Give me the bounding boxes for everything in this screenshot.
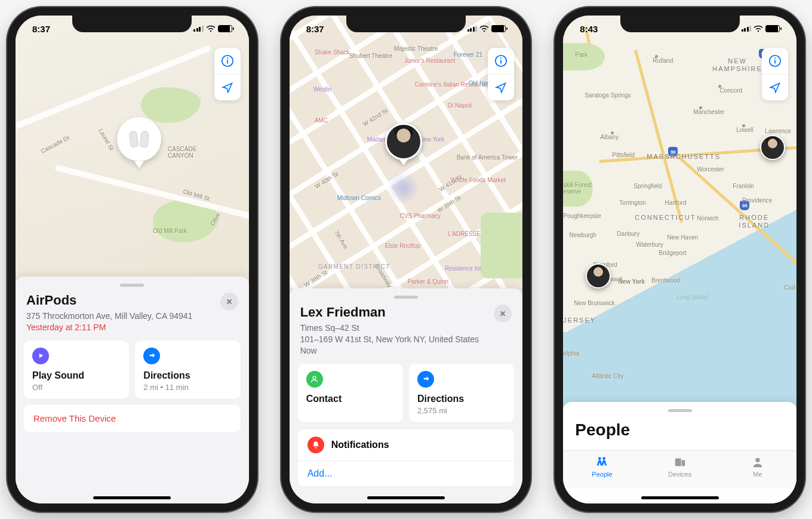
- map-city-label: Albany: [600, 134, 619, 140]
- directions-label: Directions: [143, 370, 232, 381]
- locate-button[interactable]: [214, 74, 241, 100]
- map-city-label: Waterbury: [636, 241, 663, 248]
- device-pin[interactable]: [117, 117, 161, 168]
- battery-icon: [491, 25, 506, 32]
- directions-sub: 2 mi • 11 min: [143, 383, 232, 392]
- map-city-label: Newburgh: [569, 232, 596, 238]
- map-city-label: Saratoga Springs: [585, 92, 630, 99]
- signal-icon: [467, 26, 478, 32]
- close-button[interactable]: [494, 305, 512, 323]
- phone-frame-1: 8:37 CASCADE CANYON Cascade Dr Old Mill …: [7, 7, 257, 512]
- info-button[interactable]: [214, 48, 241, 74]
- play-sound-sub: Off: [32, 383, 121, 392]
- map-park-label: Old Mill Park: [153, 228, 187, 234]
- person-pin[interactable]: [385, 123, 422, 165]
- wifi-icon: [753, 25, 763, 32]
- map-city-label: Danbury: [617, 231, 639, 237]
- battery-icon: [765, 25, 780, 32]
- directions-tile[interactable]: Directions 2 mi • 11 min: [135, 340, 240, 399]
- sheet-grabber[interactable]: [394, 296, 418, 299]
- play-sound-label: Play Sound: [32, 370, 121, 381]
- person-pin[interactable]: [760, 135, 785, 160]
- map-state-label: NEW HAMPSHIRE: [712, 57, 762, 72]
- map-poi-label: Shake Shack: [315, 49, 350, 56]
- map-park-label: Park: [575, 51, 588, 58]
- locate-button[interactable]: [762, 74, 788, 100]
- map-poi-label: CVS Pharmacy: [400, 213, 441, 219]
- map-park: [481, 213, 523, 278]
- map-poi-label: Westin: [313, 86, 331, 93]
- svg-point-9: [774, 57, 776, 59]
- map-state-label: RHODE ISLAND: [739, 214, 770, 229]
- map-city-label: Lawrence: [765, 128, 791, 134]
- person-name: Lex Friedman: [300, 305, 479, 320]
- map-poi-label: CASCADE CANYON: [168, 146, 196, 159]
- notch: [72, 16, 192, 32]
- map-road-label: Old Mill St: [182, 188, 210, 202]
- sheet-grabber[interactable]: [120, 284, 144, 287]
- phone-frame-3: 8:43 87 91 90 95 Park Rutland: [555, 7, 805, 512]
- directions-tile[interactable]: Directions 2,575 mi: [409, 364, 514, 422]
- device-title: AirPods: [26, 293, 192, 308]
- device-sheet[interactable]: AirPods 375 Throckmorton Ave, Mill Valle…: [16, 277, 249, 503]
- tab-bar: People Devices Me: [563, 450, 796, 489]
- map-park-label: skill Forest eserve: [563, 182, 592, 195]
- home-indicator[interactable]: [367, 496, 445, 499]
- play-sound-tile[interactable]: Play Sound Off: [24, 340, 129, 399]
- sheet-grabber[interactable]: [668, 409, 692, 412]
- map-city-label: Lowell: [736, 127, 753, 133]
- directions-icon: [147, 351, 156, 360]
- wifi-icon: [206, 25, 216, 32]
- map-poi-label: Forever 21: [454, 51, 482, 58]
- people-sheet[interactable]: People People Devices Me: [563, 402, 796, 503]
- svg-point-5: [500, 57, 502, 59]
- notch: [620, 16, 740, 32]
- close-button[interactable]: [220, 293, 238, 311]
- map-state-label: CONNECTICUT: [635, 214, 696, 222]
- map-city-label: Torrington: [619, 199, 645, 206]
- signal-icon: [742, 26, 752, 32]
- tab-me[interactable]: Me: [719, 451, 796, 489]
- map-poi-label: Residence Inn: [445, 265, 483, 272]
- contact-label: Contact: [306, 394, 395, 404]
- person-pin[interactable]: [586, 263, 611, 288]
- play-icon: [37, 352, 45, 360]
- phone-frame-2: 8:37 Shake Shack Shubert Theatre Majesti…: [281, 7, 531, 512]
- directions-sub: 2,575 mi: [417, 406, 506, 415]
- signal-icon: [193, 26, 204, 32]
- map-poi-label: Junior's Restaurant: [404, 57, 456, 64]
- bell-icon: [312, 441, 320, 449]
- map-poi-label: L'ADRESSE: [448, 231, 481, 237]
- remove-device-button[interactable]: Remove This Device: [24, 405, 241, 432]
- home-indicator[interactable]: [93, 496, 171, 499]
- person-sheet[interactable]: Lex Friedman Times Sq–42 St 101–169 W 41…: [290, 288, 523, 503]
- map-controls: [488, 48, 514, 100]
- svg-rect-12: [675, 459, 681, 466]
- svg-point-10: [598, 457, 601, 460]
- devices-icon: [672, 456, 688, 469]
- svg-point-11: [603, 457, 606, 460]
- notch: [346, 16, 466, 32]
- map-city-label: Bridgeport: [659, 250, 686, 256]
- map-state-label: MASSACHUSETTS: [647, 153, 721, 161]
- me-icon: [750, 456, 765, 469]
- person-loc-1: Times Sq–42 St: [300, 323, 479, 334]
- map-city-label: New Brunswick: [574, 300, 614, 306]
- info-button[interactable]: [762, 48, 788, 74]
- map-poi-label: AMC: [315, 117, 328, 124]
- airpods-icon: [127, 127, 151, 151]
- sheet-title: People: [571, 418, 788, 444]
- info-button[interactable]: [488, 48, 514, 74]
- map-poi-label: Parker & Quinn: [408, 278, 448, 285]
- map-city-label: Brentwood: [651, 277, 680, 284]
- locate-button[interactable]: [488, 74, 514, 100]
- notifications-add-button[interactable]: Add...: [298, 460, 515, 486]
- map-sea-label: Long Island: [676, 294, 708, 300]
- contact-tile[interactable]: Contact: [298, 364, 403, 422]
- tab-people[interactable]: People: [563, 451, 641, 489]
- map-city-label: Poughkeepsie: [563, 213, 601, 219]
- map-city-label: New Haven: [667, 234, 698, 241]
- map-road-label: Cascade Dr: [40, 134, 71, 155]
- home-indicator[interactable]: [641, 496, 719, 499]
- tab-devices[interactable]: Devices: [641, 451, 719, 489]
